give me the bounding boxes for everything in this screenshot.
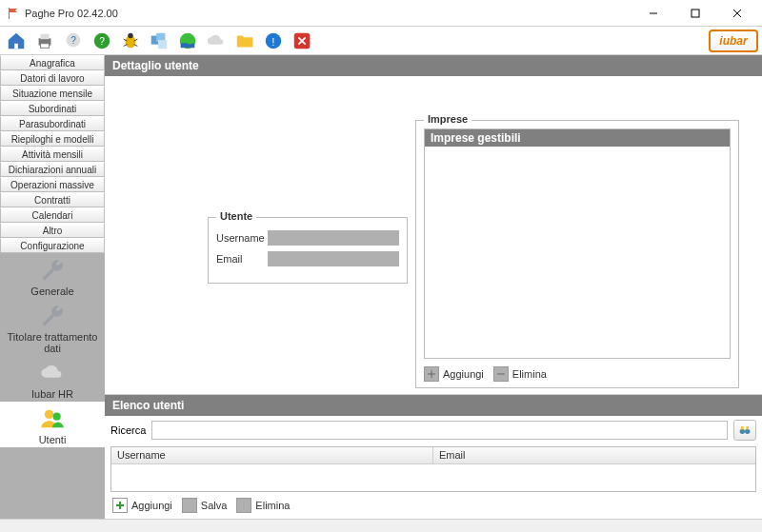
users-icon	[39, 405, 66, 432]
list-aggiungi-button[interactable]: Aggiungi	[112, 498, 172, 513]
list-heading: Elenco utenti	[105, 395, 762, 416]
email-label: Email	[216, 253, 268, 265]
remove-icon	[493, 366, 509, 382]
list-salva-label: Salva	[201, 500, 228, 511]
sidebar-item-dichiarazioni[interactable]: Dichiarazioni annuali	[0, 162, 105, 177]
sidebar-config-iubarhr[interactable]: Iubar HR	[0, 356, 105, 402]
search-label: Ricerca	[110, 424, 146, 436]
sidebar-item-situazione[interactable]: Situazione mensile	[0, 86, 105, 101]
window-title: Paghe Pro 02.42.00	[25, 8, 632, 19]
wrench-icon	[39, 257, 66, 284]
app-icon	[8, 8, 19, 19]
help-bubble-icon[interactable]: ?	[61, 29, 86, 53]
svg-text:?: ?	[99, 35, 105, 46]
svg-rect-21	[741, 426, 744, 429]
users-table[interactable]: Username Email	[110, 446, 756, 492]
sidebar-item-riepiloghi[interactable]: Riepiloghi e modelli	[0, 131, 105, 147]
sidebar-item-parasubordinati[interactable]: Parasubordinati	[0, 116, 105, 131]
column-username[interactable]: Username	[111, 447, 433, 463]
wrench-icon	[39, 303, 66, 329]
cloud-icon[interactable]	[204, 29, 229, 53]
toolbar: ? ? ! iubar	[0, 27, 762, 55]
sidebar-config-label: Titolare trattamento dati	[2, 331, 103, 354]
svg-rect-22	[746, 426, 749, 429]
utente-group: Utente Username Email	[208, 217, 408, 284]
list-aggiungi-label: Aggiungi	[131, 500, 172, 511]
svg-point-9	[128, 32, 133, 38]
svg-point-20	[745, 429, 750, 434]
main: Dettaglio utente Utente Username Email I…	[105, 55, 762, 519]
list-panel: Elenco utenti Ricerca Username Email Agg…	[105, 394, 762, 519]
sidebar-config-label: Generale	[30, 286, 73, 297]
cloud-icon	[39, 360, 66, 386]
search-button[interactable]	[733, 420, 756, 441]
column-email[interactable]: Email	[433, 447, 755, 463]
sidebar-config-utenti[interactable]: Utenti	[0, 402, 105, 447]
sidebar-item-configurazione[interactable]: Configurazione	[0, 238, 105, 253]
add-icon	[112, 498, 128, 513]
binoculars-icon	[737, 423, 752, 438]
list-salva-button[interactable]: Salva	[182, 498, 228, 513]
imprese-aggiungi-label: Aggiungi	[443, 368, 484, 380]
maximize-button[interactable]	[674, 1, 716, 26]
world-icon[interactable]	[175, 29, 200, 53]
close-app-icon[interactable]	[290, 29, 314, 53]
bug-icon[interactable]	[118, 29, 143, 53]
statusbar	[0, 519, 762, 532]
svg-point-17	[45, 410, 53, 419]
sidebar-item-calendari[interactable]: Calendari	[0, 207, 105, 223]
imprese-group: Imprese Imprese gestibili Aggiungi Elimi…	[415, 120, 739, 388]
username-field[interactable]	[268, 230, 399, 246]
sidebar-item-altro[interactable]: Altro	[0, 223, 105, 238]
svg-point-18	[53, 413, 61, 421]
sidebar-item-operazioni[interactable]: Operazioni massive	[0, 177, 105, 192]
svg-text:!: !	[272, 36, 275, 47]
search-input[interactable]	[151, 421, 728, 440]
sidebar-config-label: Utenti	[39, 434, 67, 445]
sidebar-item-attivita[interactable]: Attività mensili	[0, 147, 105, 162]
imprese-legend: Imprese	[424, 113, 471, 125]
info-icon[interactable]: !	[261, 29, 286, 53]
svg-rect-3	[40, 43, 49, 48]
sidebar-item-contratti[interactable]: Contratti	[0, 192, 105, 207]
svg-rect-12	[158, 40, 167, 49]
imprese-aggiungi-button[interactable]: Aggiungi	[424, 366, 484, 382]
svg-rect-2	[40, 33, 49, 39]
imprese-list-header: Imprese gestibili	[425, 129, 730, 147]
detail-area: Utente Username Email Imprese Imprese ge…	[105, 76, 762, 394]
print-icon[interactable]	[32, 29, 57, 53]
add-icon	[424, 366, 439, 382]
imprese-list[interactable]: Imprese gestibili	[424, 128, 731, 359]
sidebar-config-label: Iubar HR	[31, 388, 73, 400]
email-field[interactable]	[268, 251, 399, 266]
multi-window-icon[interactable]	[147, 29, 171, 53]
sidebar-config-titolare[interactable]: Titolare trattamento dati	[0, 299, 105, 356]
list-elimina-label: Elimina	[255, 500, 290, 511]
sidebar-config-generale[interactable]: Generale	[0, 253, 105, 299]
folder-icon[interactable]	[232, 29, 257, 53]
sidebar-item-datori[interactable]: Datori di lavoro	[0, 70, 105, 86]
svg-point-19	[740, 429, 745, 434]
sidebar-item-subordinati[interactable]: Subordinati	[0, 101, 105, 116]
detail-heading: Dettaglio utente	[105, 55, 762, 76]
list-elimina-button[interactable]: Elimina	[236, 498, 290, 513]
utente-legend: Utente	[216, 210, 256, 222]
brand-logo: iubar	[709, 30, 758, 52]
close-button[interactable]	[716, 1, 758, 26]
save-icon	[182, 498, 197, 513]
titlebar: Paghe Pro 02.42.00	[0, 0, 762, 27]
imprese-elimina-label: Elimina	[512, 368, 547, 380]
delete-icon	[236, 498, 251, 513]
sidebar: Anagrafica Datori di lavoro Situazione m…	[0, 55, 105, 519]
username-label: Username	[216, 232, 268, 244]
svg-text:?: ?	[70, 34, 76, 45]
minimize-button[interactable]	[632, 1, 674, 26]
help-icon[interactable]: ?	[90, 29, 114, 53]
sidebar-item-anagrafica[interactable]: Anagrafica	[0, 55, 105, 70]
home-icon[interactable]	[4, 29, 29, 53]
svg-rect-0	[692, 10, 699, 17]
imprese-elimina-button[interactable]: Elimina	[493, 366, 547, 382]
